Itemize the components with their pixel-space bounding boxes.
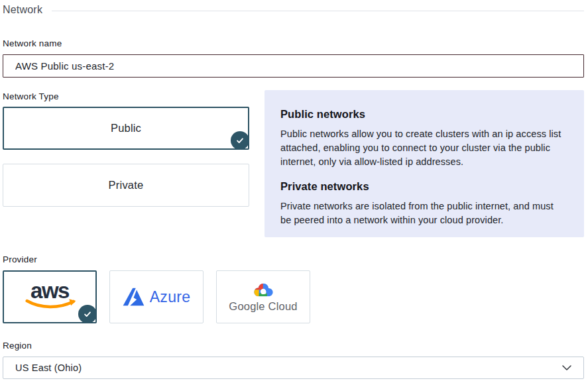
private-networks-heading: Private networks xyxy=(280,180,567,193)
aws-logo: aws xyxy=(21,281,78,310)
spacer xyxy=(3,150,249,164)
google-cloud-logo-text: Google Cloud xyxy=(229,300,297,313)
azure-logo-text: Azure xyxy=(150,288,191,306)
public-networks-description: Public networks allow you to create clus… xyxy=(280,127,567,169)
network-settings-page: Network Network name Network Type Public… xyxy=(0,0,588,379)
region-select[interactable]: US East (Ohio) xyxy=(3,357,584,379)
provider-option-azure[interactable]: Azure xyxy=(109,270,204,323)
region-label: Region xyxy=(3,341,584,351)
public-networks-heading: Public networks xyxy=(280,108,567,121)
provider-label: Provider xyxy=(3,254,584,264)
selected-check-icon xyxy=(231,131,249,150)
public-networks-info: Public networks Public networks allow yo… xyxy=(280,108,567,169)
provider-option-aws[interactable]: aws xyxy=(3,270,97,323)
public-option-label: Public xyxy=(111,122,141,135)
network-type-option-private[interactable]: Private xyxy=(3,164,249,207)
aws-smile-icon xyxy=(25,299,78,310)
azure-triangle-icon xyxy=(123,288,145,306)
google-cloud-logo: Google Cloud xyxy=(229,282,297,313)
network-type-section: Network Type Public Private Public netwo… xyxy=(3,91,584,237)
selected-check-icon xyxy=(78,305,97,323)
network-type-option-public[interactable]: Public xyxy=(3,107,249,150)
private-networks-description: Private networks are isolated from the p… xyxy=(280,199,567,227)
provider-option-google-cloud[interactable]: Google Cloud xyxy=(216,270,310,323)
region-selected-value: US East (Ohio) xyxy=(15,362,562,373)
network-name-input[interactable] xyxy=(3,54,584,78)
azure-logo: Azure xyxy=(123,288,191,306)
network-name-label: Network name xyxy=(3,38,584,48)
section-divider xyxy=(52,11,584,11)
section-header: Network xyxy=(3,4,584,16)
aws-logo-text: aws xyxy=(30,281,69,301)
chevron-down-icon xyxy=(562,365,571,370)
google-cloud-icon xyxy=(251,282,276,299)
network-type-label: Network Type xyxy=(3,91,249,101)
provider-options: aws Azure xyxy=(3,270,584,323)
network-type-column: Network Type Public Private xyxy=(3,91,249,237)
private-option-label: Private xyxy=(109,179,144,192)
private-networks-info: Private networks Private networks are is… xyxy=(280,180,567,227)
page-title: Network xyxy=(3,4,42,16)
network-type-info-panel: Public networks Public networks allow yo… xyxy=(265,90,584,237)
